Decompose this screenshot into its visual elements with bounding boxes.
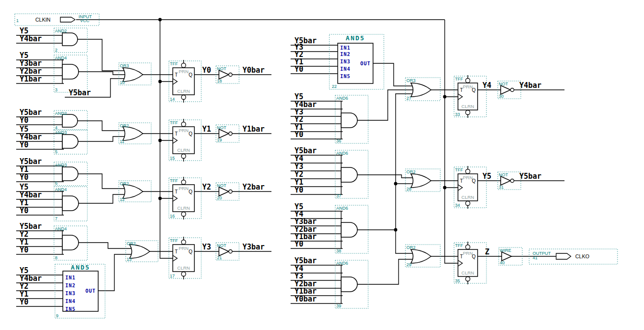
not-gate-21[interactable] [219, 247, 232, 256]
or2-gate-29[interactable] [411, 249, 431, 263]
schematic-canvas[interactable]: CLKININPUTVCC1AND22AND43AND24AND35AND36A… [0, 0, 644, 330]
invert-bubble-icon [229, 190, 232, 193]
not-gate-31[interactable] [501, 176, 514, 185]
instance-number: 18 [217, 79, 222, 83]
and4-gate-8[interactable] [62, 231, 79, 254]
signal-label: Y0 [295, 186, 303, 194]
and3-gate-6[interactable] [62, 166, 78, 182]
wire[interactable] [74, 174, 126, 189]
or3-gate-27[interactable] [411, 83, 431, 97]
junction-dot [443, 95, 447, 99]
and-gate-body[interactable] [341, 167, 357, 182]
and-gate-body[interactable] [62, 114, 78, 127]
and2-gate-4[interactable] [62, 114, 78, 127]
not-triangle[interactable] [502, 252, 511, 261]
component-type-label: AND6 [336, 151, 348, 156]
or2-gate-28[interactable] [411, 174, 431, 188]
wire[interactable] [445, 20, 462, 263]
not-triangle[interactable] [501, 176, 510, 185]
and-gate-body[interactable] [341, 113, 357, 128]
signal-label: Y0 [20, 246, 28, 254]
tff-prn-port: PRN [463, 84, 473, 89]
not-triangle[interactable] [501, 85, 510, 94]
instance-number: 14 [170, 97, 175, 102]
wire[interactable] [74, 243, 133, 248]
or-gate-body[interactable] [123, 185, 143, 198]
tff-35[interactable] [458, 242, 478, 284]
wire[interactable] [353, 175, 414, 178]
and-gate-body[interactable] [62, 235, 79, 250]
component-type-label: OR2 [127, 241, 136, 246]
or-gate-body[interactable] [123, 127, 143, 140]
not-triangle[interactable] [219, 129, 229, 138]
wire[interactable] [353, 259, 414, 284]
instance-number: 37 [336, 193, 341, 198]
or-gate-body[interactable] [130, 245, 150, 258]
wire[interactable] [74, 194, 126, 203]
tff-clrn-port: CLRN [177, 205, 190, 211]
not-gate-18[interactable] [219, 70, 232, 79]
and4-gate-3[interactable] [62, 60, 79, 83]
instance-number: 35 [455, 278, 460, 283]
or-gate-body[interactable] [411, 174, 431, 188]
or-gate-body[interactable] [411, 249, 431, 263]
and-gate-body[interactable] [62, 64, 79, 79]
tff-14[interactable] [173, 60, 194, 103]
signal-label: Y4 [483, 81, 491, 90]
tff-15[interactable] [173, 119, 194, 162]
instance-number: 16 [170, 214, 175, 219]
and4-gate-7[interactable] [62, 192, 79, 215]
or2-gate-11[interactable] [123, 127, 143, 140]
instance-number: 4 [55, 125, 57, 130]
junction-dot [159, 139, 162, 142]
wire-gate-40[interactable] [502, 252, 511, 261]
wire[interactable] [74, 137, 126, 141]
wire[interactable] [353, 90, 414, 120]
or2-gate-13[interactable] [130, 245, 150, 258]
tff-q-port: Q [188, 249, 192, 254]
not-triangle[interactable] [219, 70, 229, 79]
and-gate-body[interactable] [62, 135, 78, 148]
or-gate-body[interactable] [123, 68, 143, 82]
and-gate-body[interactable] [62, 167, 78, 181]
and3-gate-5[interactable] [62, 134, 78, 149]
invert-bubble-icon [229, 250, 232, 253]
and-gate-body[interactable] [62, 196, 79, 211]
component-type-label: OR2 [406, 169, 416, 174]
and2-gate-2[interactable] [62, 33, 78, 46]
and6-gate-36[interactable] [341, 101, 357, 139]
tff-33[interactable] [458, 75, 478, 118]
input-pin-clkin[interactable] [60, 17, 75, 22]
component-type-label: TFF [170, 61, 178, 66]
component-type-label: AND4 [55, 226, 67, 231]
instance-number: 5 [55, 149, 57, 154]
output-pin-shape[interactable] [556, 253, 571, 259]
tff-prn-port: PRN [179, 246, 188, 251]
or3-gate-10[interactable] [123, 68, 143, 82]
not-gate-20[interactable] [219, 187, 232, 196]
output-pin-clko[interactable] [556, 253, 571, 259]
instance-number: 19 [217, 138, 222, 142]
and6-gate-37[interactable] [341, 155, 357, 194]
tff-17[interactable] [173, 237, 194, 279]
tff-34[interactable] [458, 166, 478, 209]
tff-16[interactable] [173, 177, 194, 220]
and-gate-body[interactable] [341, 222, 357, 237]
component-type-label: NOT [217, 125, 227, 130]
wire[interactable] [74, 121, 126, 131]
input-pin-shape[interactable] [60, 17, 75, 22]
tff-t-port: T [175, 249, 178, 254]
not-gate-30[interactable] [501, 85, 514, 94]
or-gate-body[interactable] [411, 83, 431, 97]
wire[interactable] [74, 39, 126, 71]
not-gate-19[interactable] [219, 129, 232, 138]
and-gate-body[interactable] [341, 277, 357, 292]
wire[interactable] [74, 72, 126, 75]
or2-gate-12[interactable] [123, 185, 143, 198]
and6-gate-38[interactable] [341, 211, 357, 248]
and6-gate-39[interactable] [341, 265, 357, 303]
and-gate-body[interactable] [62, 33, 78, 46]
clrn-bubble-icon [466, 277, 470, 281]
not-triangle[interactable] [219, 187, 229, 196]
not-triangle[interactable] [219, 247, 229, 256]
